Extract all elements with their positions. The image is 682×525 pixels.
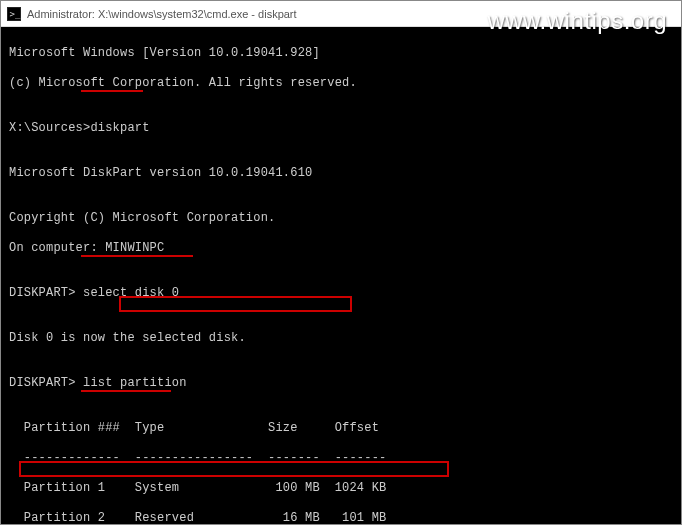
output-line: Microsoft DiskPart version 10.0.19041.61… [9, 166, 673, 181]
cmd-icon: >_ [7, 7, 21, 21]
output-line: Microsoft Windows [Version 10.0.19041.92… [9, 46, 673, 61]
table-row: Partition 1 System 100 MB 1024 KB [9, 481, 673, 496]
table-header: Partition ### Type Size Offset [9, 421, 673, 436]
terminal-output[interactable]: Microsoft Windows [Version 10.0.19041.92… [1, 27, 681, 525]
annotation-underline [81, 255, 193, 257]
window-title: Administrator: X:\windows\system32\cmd.e… [27, 8, 297, 20]
svg-text:>_: >_ [10, 9, 21, 19]
watermark: www.wintips.org [487, 7, 667, 35]
table-row: Partition 2 Reserved 16 MB 101 MB [9, 511, 673, 525]
annotation-underline [81, 90, 143, 92]
prompt-line: X:\Sources>diskpart [9, 121, 673, 136]
prompt-line: DISKPART> list partition [9, 376, 673, 391]
prompt-line: DISKPART> select disk 0 [9, 286, 673, 301]
output-line: On computer: MINWINPC [9, 241, 673, 256]
table-divider: ------------- ---------------- ------- -… [9, 451, 673, 466]
output-line: Disk 0 is now the selected disk. [9, 331, 673, 346]
annotation-underline [81, 390, 171, 392]
output-line: Copyright (C) Microsoft Corporation. [9, 211, 673, 226]
output-line: (c) Microsoft Corporation. All rights re… [9, 76, 673, 91]
